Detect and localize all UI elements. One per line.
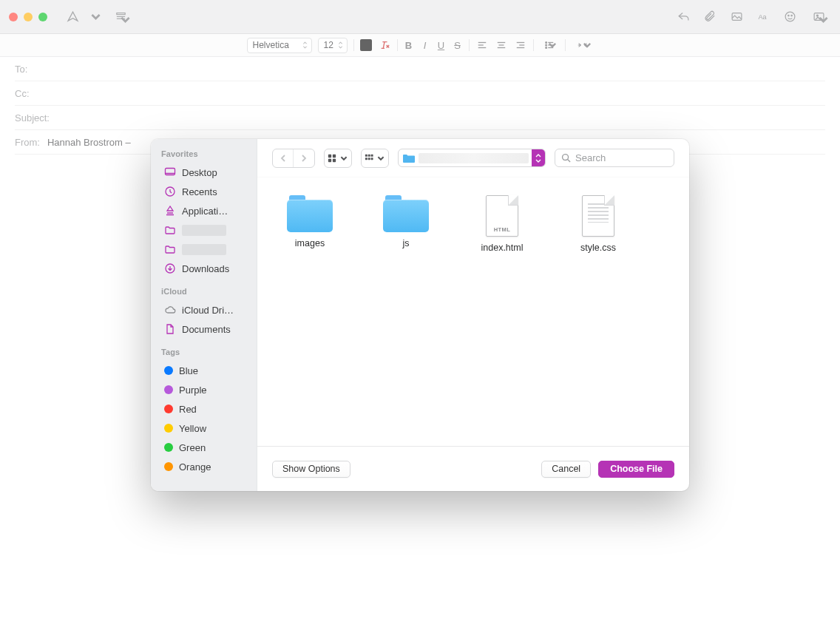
sidebar-header-icloud: iCloud [161, 287, 254, 296]
sidebar-tag-blue[interactable]: Blue [161, 361, 254, 380]
sidebar-item-label: Blue [179, 365, 198, 376]
sidebar-item-folder[interactable] [161, 220, 254, 240]
back-button[interactable] [273, 149, 294, 167]
cancel-button[interactable]: Cancel [541, 461, 591, 478]
svg-line-44 [568, 160, 570, 162]
file-item-folder[interactable]: images [272, 195, 348, 248]
path-label-redacted [419, 153, 529, 163]
sidebar-item-label: Downloads [182, 263, 229, 274]
tag-dot-icon [164, 443, 173, 452]
sidebar-item-label: Documents [182, 324, 231, 335]
file-name: style.css [580, 243, 616, 253]
svg-rect-39 [371, 154, 373, 156]
sidebar-tag-green[interactable]: Green [161, 438, 254, 457]
folder-icon [402, 153, 416, 163]
svg-rect-33 [328, 154, 331, 157]
file-item-html[interactable]: HTML index.html [464, 195, 540, 253]
download-icon [164, 263, 176, 274]
clock-icon [164, 186, 176, 197]
doc-icon [164, 323, 176, 335]
sidebar-item-label: Red [179, 404, 197, 415]
apps-icon [164, 205, 176, 217]
html-file-icon: HTML [486, 195, 518, 237]
sidebar-item-recents[interactable]: Recents [161, 182, 254, 201]
sidebar-item-applications[interactable]: Applicati… [161, 201, 254, 220]
sidebar-item-label [182, 244, 226, 255]
folder-icon [164, 243, 176, 255]
svg-rect-37 [365, 154, 368, 156]
group-by-button[interactable] [361, 149, 389, 168]
tag-dot-icon [164, 366, 173, 375]
cloud-icon [164, 304, 176, 316]
sidebar-tag-yellow[interactable]: Yellow [161, 419, 254, 438]
file-picker-sidebar: Favorites Desktop Recents Applicati… [151, 139, 257, 491]
folder-icon [164, 224, 176, 236]
sidebar-item-label: Yellow [179, 423, 206, 434]
sidebar-item-label: iCloud Dri… [182, 305, 234, 316]
svg-rect-42 [371, 158, 373, 160]
choose-file-button[interactable]: Choose File [598, 461, 674, 478]
tag-dot-icon [164, 385, 173, 394]
view-mode-button[interactable] [324, 149, 352, 168]
icon-view-icon [325, 149, 351, 167]
sidebar-item-documents[interactable]: Documents [161, 319, 254, 339]
svg-rect-35 [328, 158, 331, 161]
sidebar-tag-red[interactable]: Red [161, 399, 254, 419]
sidebar-item-label: Desktop [182, 167, 217, 178]
file-item-folder[interactable]: js [368, 195, 444, 248]
sidebar-tag-purple[interactable]: Purple [161, 380, 254, 399]
group-icon [362, 149, 388, 167]
path-popup-button[interactable] [398, 149, 546, 167]
search-placeholder: Search [575, 152, 606, 163]
sidebar-header-favorites: Favorites [161, 149, 254, 158]
tag-dot-icon [164, 462, 173, 471]
sidebar-item-icloud-drive[interactable]: iCloud Dri… [161, 300, 254, 319]
sidebar-item-desktop[interactable]: Desktop [161, 163, 254, 182]
sidebar-item-label: Purple [179, 385, 207, 396]
file-name: js [402, 238, 409, 248]
file-picker-button-bar: Show Options Cancel Choose File [257, 447, 689, 491]
css-file-icon [582, 195, 614, 237]
tag-dot-icon [164, 404, 173, 413]
svg-rect-41 [368, 158, 370, 160]
search-field[interactable]: Search [555, 149, 674, 167]
sidebar-item-label: Applicati… [182, 206, 228, 217]
file-grid[interactable]: images js HTML index.html style.css [257, 177, 689, 447]
desktop-icon [164, 166, 176, 178]
forward-button[interactable] [294, 149, 314, 167]
sidebar-item-folder[interactable] [161, 240, 254, 259]
tag-dot-icon [164, 424, 173, 433]
file-item-css[interactable]: style.css [560, 195, 636, 253]
file-name: images [295, 238, 325, 248]
file-picker-sheet: Favorites Desktop Recents Applicati… [151, 139, 689, 491]
show-options-button[interactable]: Show Options [272, 461, 350, 478]
sidebar-item-label: Recents [182, 186, 217, 197]
svg-rect-40 [365, 158, 368, 160]
folder-icon [287, 195, 333, 232]
sidebar-header-tags: Tags [161, 348, 254, 356]
path-popup-chevron-icon [532, 149, 545, 166]
file-picker-main: Search images js HTML index.html style.c… [257, 139, 689, 491]
sidebar-item-label [182, 225, 226, 236]
folder-icon [383, 195, 429, 232]
sidebar-item-label: Green [179, 442, 206, 453]
svg-point-43 [563, 155, 569, 160]
svg-rect-34 [333, 154, 336, 157]
search-icon [561, 153, 571, 163]
file-name: index.html [481, 243, 524, 253]
svg-rect-36 [333, 158, 336, 161]
sidebar-tag-orange[interactable]: Orange [161, 457, 254, 476]
file-picker-toolbar: Search [257, 139, 689, 177]
sidebar-item-downloads[interactable]: Downloads [161, 259, 254, 278]
nav-back-forward [272, 149, 315, 168]
svg-rect-38 [368, 154, 370, 156]
sidebar-item-label: Orange [179, 461, 211, 473]
